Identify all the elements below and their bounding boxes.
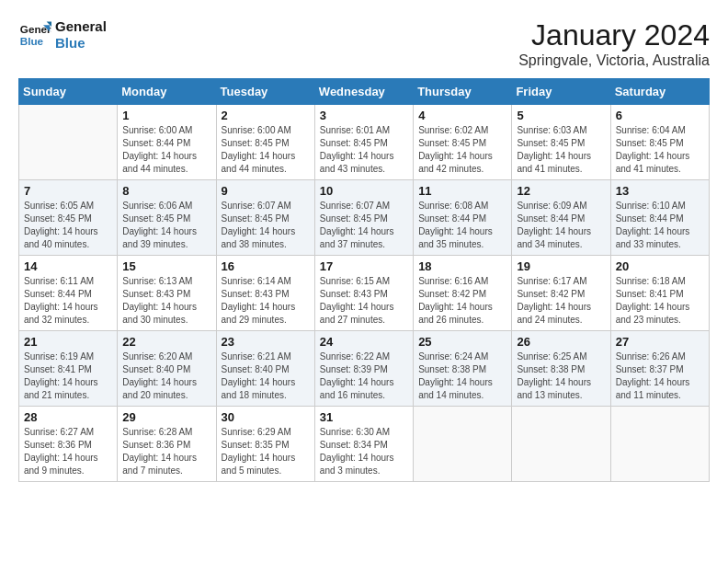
weekday-header-tuesday: Tuesday [216, 79, 314, 105]
calendar-cell: 28Sunrise: 6:27 AM Sunset: 8:36 PM Dayli… [19, 407, 118, 482]
day-number: 26 [517, 335, 605, 349]
week-row-3: 14Sunrise: 6:11 AM Sunset: 8:44 PM Dayli… [19, 256, 710, 331]
calendar-cell: 1Sunrise: 6:00 AM Sunset: 8:44 PM Daylig… [118, 105, 216, 180]
day-number: 17 [320, 259, 408, 273]
weekday-header-saturday: Saturday [610, 79, 709, 105]
logo-general: General [55, 18, 107, 35]
day-number: 25 [418, 335, 506, 349]
day-number: 15 [122, 259, 210, 273]
day-number: 4 [418, 109, 506, 122]
day-info: Sunrise: 6:20 AM Sunset: 8:40 PM Dayligh… [122, 350, 210, 402]
day-number: 11 [418, 184, 506, 198]
day-number: 16 [222, 259, 310, 273]
day-info: Sunrise: 6:01 AM Sunset: 8:45 PM Dayligh… [320, 124, 408, 176]
calendar-cell: 5Sunrise: 6:03 AM Sunset: 8:45 PM Daylig… [512, 105, 610, 180]
day-info: Sunrise: 6:05 AM Sunset: 8:45 PM Dayligh… [24, 200, 112, 251]
day-info: Sunrise: 6:26 AM Sunset: 8:37 PM Dayligh… [616, 350, 704, 402]
calendar-cell: 10Sunrise: 6:07 AM Sunset: 8:45 PM Dayli… [314, 180, 413, 256]
day-info: Sunrise: 6:30 AM Sunset: 8:34 PM Dayligh… [320, 426, 408, 477]
weekday-header-row: SundayMondayTuesdayWednesdayThursdayFrid… [19, 79, 710, 105]
day-number: 27 [616, 335, 704, 349]
day-info: Sunrise: 6:27 AM Sunset: 8:36 PM Dayligh… [24, 426, 112, 477]
day-info: Sunrise: 6:09 AM Sunset: 8:44 PM Dayligh… [517, 200, 605, 251]
calendar-cell: 3Sunrise: 6:01 AM Sunset: 8:45 PM Daylig… [314, 105, 413, 180]
day-number: 2 [222, 109, 310, 122]
header: General Blue General Blue January 2024 S… [18, 18, 710, 69]
day-number: 23 [222, 335, 310, 349]
weekday-header-wednesday: Wednesday [314, 79, 413, 105]
calendar-cell: 4Sunrise: 6:02 AM Sunset: 8:45 PM Daylig… [414, 105, 512, 180]
week-row-1: 1Sunrise: 6:00 AM Sunset: 8:44 PM Daylig… [19, 105, 710, 180]
svg-text:Blue: Blue [20, 35, 44, 47]
calendar-cell: 13Sunrise: 6:10 AM Sunset: 8:44 PM Dayli… [610, 180, 709, 256]
day-info: Sunrise: 6:15 AM Sunset: 8:43 PM Dayligh… [320, 275, 408, 327]
weekday-header-friday: Friday [512, 79, 610, 105]
day-number: 6 [616, 109, 704, 122]
calendar-cell [610, 407, 709, 482]
day-number: 3 [320, 109, 408, 122]
day-number: 7 [24, 184, 112, 198]
logo: General Blue General Blue [18, 18, 107, 52]
day-info: Sunrise: 6:17 AM Sunset: 8:42 PM Dayligh… [517, 275, 605, 327]
day-number: 21 [24, 335, 112, 349]
calendar-cell: 30Sunrise: 6:29 AM Sunset: 8:35 PM Dayli… [216, 407, 314, 482]
day-number: 24 [320, 335, 408, 349]
day-info: Sunrise: 6:19 AM Sunset: 8:41 PM Dayligh… [24, 350, 112, 402]
calendar-cell: 26Sunrise: 6:25 AM Sunset: 8:38 PM Dayli… [512, 331, 610, 407]
day-number: 31 [320, 410, 408, 424]
day-info: Sunrise: 6:16 AM Sunset: 8:42 PM Dayligh… [418, 275, 506, 327]
week-row-5: 28Sunrise: 6:27 AM Sunset: 8:36 PM Dayli… [19, 407, 710, 482]
day-info: Sunrise: 6:04 AM Sunset: 8:45 PM Dayligh… [616, 124, 704, 176]
calendar-cell: 22Sunrise: 6:20 AM Sunset: 8:40 PM Dayli… [118, 331, 216, 407]
calendar-cell: 18Sunrise: 6:16 AM Sunset: 8:42 PM Dayli… [414, 256, 512, 331]
day-number: 28 [24, 410, 112, 424]
calendar: SundayMondayTuesdayWednesdayThursdayFrid… [18, 78, 710, 482]
day-info: Sunrise: 6:29 AM Sunset: 8:35 PM Dayligh… [222, 426, 310, 477]
day-number: 20 [616, 259, 704, 273]
day-info: Sunrise: 6:03 AM Sunset: 8:45 PM Dayligh… [517, 124, 605, 176]
calendar-cell: 31Sunrise: 6:30 AM Sunset: 8:34 PM Dayli… [314, 407, 413, 482]
day-info: Sunrise: 6:10 AM Sunset: 8:44 PM Dayligh… [616, 200, 704, 251]
day-number: 10 [320, 184, 408, 198]
day-info: Sunrise: 6:07 AM Sunset: 8:45 PM Dayligh… [222, 200, 310, 251]
calendar-cell: 16Sunrise: 6:14 AM Sunset: 8:43 PM Dayli… [216, 256, 314, 331]
calendar-cell: 7Sunrise: 6:05 AM Sunset: 8:45 PM Daylig… [19, 180, 118, 256]
calendar-cell: 17Sunrise: 6:15 AM Sunset: 8:43 PM Dayli… [314, 256, 413, 331]
calendar-cell [414, 407, 512, 482]
calendar-cell: 15Sunrise: 6:13 AM Sunset: 8:43 PM Dayli… [118, 256, 216, 331]
logo-icon: General Blue [18, 18, 51, 52]
weekday-header-thursday: Thursday [414, 79, 512, 105]
calendar-cell: 29Sunrise: 6:28 AM Sunset: 8:36 PM Dayli… [118, 407, 216, 482]
day-info: Sunrise: 6:24 AM Sunset: 8:38 PM Dayligh… [418, 350, 506, 402]
calendar-cell: 11Sunrise: 6:08 AM Sunset: 8:44 PM Dayli… [414, 180, 512, 256]
calendar-cell [512, 407, 610, 482]
calendar-cell [19, 105, 118, 180]
month-title: January 2024 [518, 18, 710, 52]
calendar-cell: 21Sunrise: 6:19 AM Sunset: 8:41 PM Dayli… [19, 331, 118, 407]
day-info: Sunrise: 6:00 AM Sunset: 8:44 PM Dayligh… [122, 124, 210, 176]
day-number: 29 [122, 410, 210, 424]
day-number: 12 [517, 184, 605, 198]
weekday-header-monday: Monday [118, 79, 216, 105]
logo-blue: Blue [55, 35, 107, 52]
day-number: 19 [517, 259, 605, 273]
calendar-cell: 2Sunrise: 6:00 AM Sunset: 8:45 PM Daylig… [216, 105, 314, 180]
day-number: 8 [122, 184, 210, 198]
day-number: 22 [122, 335, 210, 349]
day-info: Sunrise: 6:07 AM Sunset: 8:45 PM Dayligh… [320, 200, 408, 251]
day-info: Sunrise: 6:08 AM Sunset: 8:44 PM Dayligh… [418, 200, 506, 251]
day-info: Sunrise: 6:13 AM Sunset: 8:43 PM Dayligh… [122, 275, 210, 327]
location-title: Springvale, Victoria, Australia [518, 52, 710, 69]
calendar-cell: 8Sunrise: 6:06 AM Sunset: 8:45 PM Daylig… [118, 180, 216, 256]
day-number: 13 [616, 184, 704, 198]
calendar-cell: 14Sunrise: 6:11 AM Sunset: 8:44 PM Dayli… [19, 256, 118, 331]
day-number: 18 [418, 259, 506, 273]
calendar-cell: 19Sunrise: 6:17 AM Sunset: 8:42 PM Dayli… [512, 256, 610, 331]
day-info: Sunrise: 6:25 AM Sunset: 8:38 PM Dayligh… [517, 350, 605, 402]
calendar-cell: 12Sunrise: 6:09 AM Sunset: 8:44 PM Dayli… [512, 180, 610, 256]
title-area: January 2024 Springvale, Victoria, Austr… [518, 18, 710, 69]
day-info: Sunrise: 6:14 AM Sunset: 8:43 PM Dayligh… [222, 275, 310, 327]
day-info: Sunrise: 6:02 AM Sunset: 8:45 PM Dayligh… [418, 124, 506, 176]
day-number: 14 [24, 259, 112, 273]
calendar-cell: 20Sunrise: 6:18 AM Sunset: 8:41 PM Dayli… [610, 256, 709, 331]
